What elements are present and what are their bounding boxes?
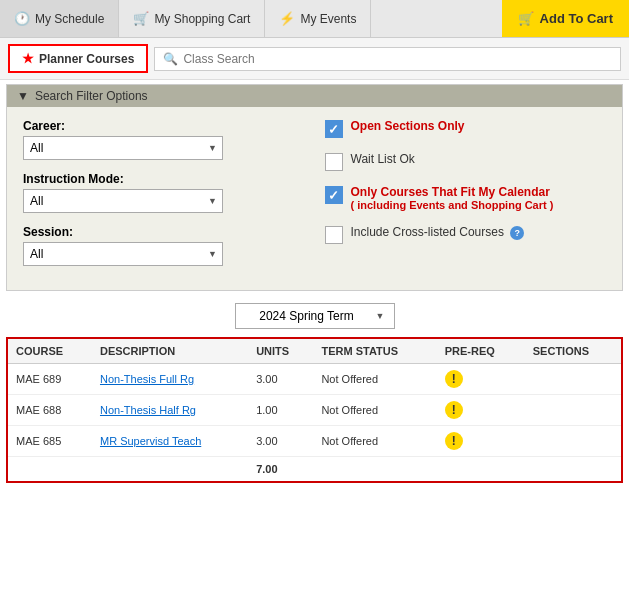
- search-icon: 🔍: [163, 52, 178, 66]
- my-shopping-cart-label: My Shopping Cart: [154, 12, 250, 26]
- top-navigation: 🕐 My Schedule 🛒 My Shopping Cart ⚡ My Ev…: [0, 0, 629, 38]
- total-empty: [313, 457, 621, 482]
- filter-body: Career: All Instruction Mode: All: [7, 107, 622, 290]
- class-search-box: 🔍: [154, 47, 621, 71]
- course-units: 1.00: [248, 395, 313, 426]
- course-sections: [525, 364, 621, 395]
- course-sections: [525, 426, 621, 457]
- course-sections: [525, 395, 621, 426]
- prereq-warning-icon[interactable]: !: [445, 432, 463, 450]
- table-row: MAE 689 Non-Thesis Full Rg 3.00 Not Offe…: [8, 364, 621, 395]
- course-term-status: Not Offered: [313, 395, 436, 426]
- cross-listed-label: Include Cross-listed Courses ?: [351, 225, 525, 240]
- table-header-row: COURSE DESCRIPTION UNITS TERM STATUS PRE…: [8, 339, 621, 364]
- planner-star-icon: ★: [22, 51, 34, 66]
- instruction-mode-select-wrapper: All: [23, 189, 223, 213]
- course-description: Non-Thesis Full Rg: [92, 364, 248, 395]
- course-units: 3.00: [248, 364, 313, 395]
- calendar-label: Only Courses That Fit My Calendar ( incl…: [351, 185, 554, 211]
- table-row: MAE 685 MR Supervisd Teach 3.00 Not Offe…: [8, 426, 621, 457]
- col-header-term-status: TERM STATUS: [313, 339, 436, 364]
- filter-header-label: Search Filter Options: [35, 89, 148, 103]
- results-section: COURSE DESCRIPTION UNITS TERM STATUS PRE…: [6, 337, 623, 483]
- cross-listed-filter: Include Cross-listed Courses ?: [325, 225, 607, 244]
- course-link[interactable]: Non-Thesis Half Rg: [100, 404, 196, 416]
- course-term-status: Not Offered: [313, 426, 436, 457]
- career-select[interactable]: All: [23, 136, 223, 160]
- prereq-warning-icon[interactable]: !: [445, 370, 463, 388]
- session-select[interactable]: All: [23, 242, 223, 266]
- table-row: MAE 688 Non-Thesis Half Rg 1.00 Not Offe…: [8, 395, 621, 426]
- filter-right-column: Open Sections Only Wait List Ok Only Cou…: [325, 119, 607, 278]
- my-schedule-tab[interactable]: 🕐 My Schedule: [0, 0, 119, 37]
- col-header-course: COURSE: [8, 339, 92, 364]
- schedule-icon: 🕐: [14, 11, 30, 26]
- cart-icon: 🛒: [133, 11, 149, 26]
- my-events-tab[interactable]: ⚡ My Events: [265, 0, 371, 37]
- my-shopping-cart-tab[interactable]: 🛒 My Shopping Cart: [119, 0, 265, 37]
- total-row: 7.00: [8, 457, 621, 482]
- prereq-warning-icon[interactable]: !: [445, 401, 463, 419]
- session-filter-group: Session: All: [23, 225, 305, 266]
- toolbar-row: ★ Planner Courses 🔍: [0, 38, 629, 80]
- course-code: MAE 688: [8, 395, 92, 426]
- class-search-input[interactable]: [183, 52, 612, 66]
- open-sections-filter: Open Sections Only: [325, 119, 607, 138]
- course-term-status: Not Offered: [313, 364, 436, 395]
- table-body: MAE 689 Non-Thesis Full Rg 3.00 Not Offe…: [8, 364, 621, 482]
- total-label: [8, 457, 248, 482]
- planner-courses-button[interactable]: ★ Planner Courses: [8, 44, 148, 73]
- add-to-cart-icon: 🛒: [518, 11, 534, 26]
- wait-list-checkbox[interactable]: [325, 153, 343, 171]
- open-sections-checkbox[interactable]: [325, 120, 343, 138]
- results-table: COURSE DESCRIPTION UNITS TERM STATUS PRE…: [8, 339, 621, 481]
- career-filter-group: Career: All: [23, 119, 305, 160]
- course-description: Non-Thesis Half Rg: [92, 395, 248, 426]
- course-code: MAE 685: [8, 426, 92, 457]
- instruction-mode-filter-group: Instruction Mode: All: [23, 172, 305, 213]
- instruction-mode-label: Instruction Mode:: [23, 172, 305, 186]
- career-label: Career:: [23, 119, 305, 133]
- wait-list-label: Wait List Ok: [351, 152, 415, 166]
- filter-left-column: Career: All Instruction Mode: All: [23, 119, 305, 278]
- course-description: MR Supervisd Teach: [92, 426, 248, 457]
- calendar-checkbox[interactable]: [325, 186, 343, 204]
- course-code: MAE 689: [8, 364, 92, 395]
- planner-courses-label: Planner Courses: [39, 52, 134, 66]
- col-header-prereq: PRE-REQ: [437, 339, 525, 364]
- cross-listed-checkbox[interactable]: [325, 226, 343, 244]
- course-prereq: !: [437, 426, 525, 457]
- filter-arrow-icon: ▼: [17, 89, 29, 103]
- table-header: COURSE DESCRIPTION UNITS TERM STATUS PRE…: [8, 339, 621, 364]
- career-select-wrapper: All: [23, 136, 223, 160]
- open-sections-label: Open Sections Only: [351, 119, 465, 133]
- course-link[interactable]: Non-Thesis Full Rg: [100, 373, 194, 385]
- help-icon[interactable]: ?: [510, 226, 524, 240]
- course-prereq: !: [437, 395, 525, 426]
- col-header-description: DESCRIPTION: [92, 339, 248, 364]
- search-filter-panel: ▼ Search Filter Options Career: All Inst…: [6, 84, 623, 291]
- instruction-mode-select[interactable]: All: [23, 189, 223, 213]
- total-units: 7.00: [248, 457, 313, 482]
- course-prereq: !: [437, 364, 525, 395]
- add-to-cart-button[interactable]: 🛒 Add To Cart: [502, 0, 629, 37]
- filter-header[interactable]: ▼ Search Filter Options: [7, 85, 622, 107]
- col-header-units: UNITS: [248, 339, 313, 364]
- my-events-label: My Events: [300, 12, 356, 26]
- session-label: Session:: [23, 225, 305, 239]
- term-select[interactable]: 2024 Spring Term 2024 Fall Term 2023 Fal…: [235, 303, 395, 329]
- term-select-wrapper: 2024 Spring Term 2024 Fall Term 2023 Fal…: [235, 303, 395, 329]
- col-header-sections: SECTIONS: [525, 339, 621, 364]
- calendar-filter: Only Courses That Fit My Calendar ( incl…: [325, 185, 607, 211]
- session-select-wrapper: All: [23, 242, 223, 266]
- events-icon: ⚡: [279, 11, 295, 26]
- wait-list-filter: Wait List Ok: [325, 152, 607, 171]
- my-schedule-label: My Schedule: [35, 12, 104, 26]
- course-link[interactable]: MR Supervisd Teach: [100, 435, 201, 447]
- course-units: 3.00: [248, 426, 313, 457]
- term-selector-row: 2024 Spring Term 2024 Fall Term 2023 Fal…: [0, 295, 629, 337]
